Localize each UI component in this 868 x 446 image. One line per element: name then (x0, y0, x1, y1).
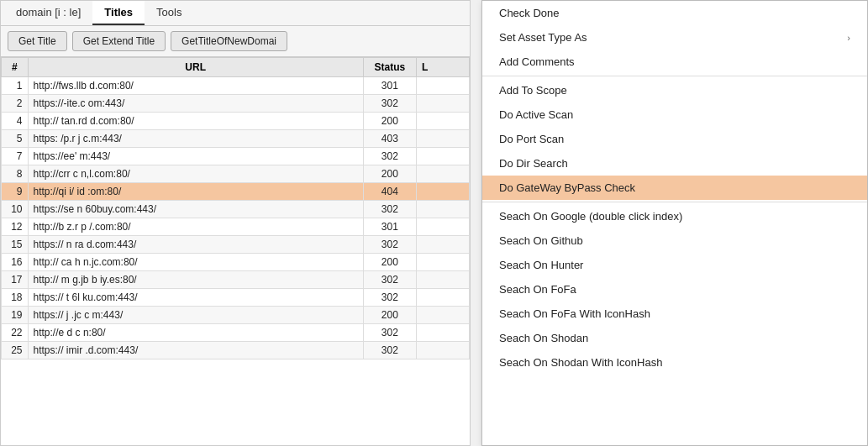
col-header-extra: L (416, 58, 469, 77)
cell-url: http://e d c n:80/ (28, 324, 363, 342)
table-row[interactable]: 10 https://se n 60buy.com:443/ 302 (2, 201, 470, 218)
cell-num: 9 (2, 183, 29, 201)
get-extend-title-button[interactable]: Get Extend Title (72, 31, 166, 51)
cell-url: https:// j .jc c m:443/ (28, 307, 363, 324)
menu-item-add-to-scope[interactable]: Add To Scope (482, 78, 867, 102)
menu-item-label: Seach On FoFa With IconHash (499, 307, 650, 320)
menu-item-seach-on-github[interactable]: Seach On Github (482, 228, 867, 253)
menu-item-label: Seach On Github (499, 234, 583, 247)
submenu-arrow-icon: › (847, 33, 850, 43)
menu-item-label: Seach On Google (double click index) (499, 210, 682, 223)
menu-item-label: Seach On FoFa (499, 283, 576, 296)
cell-url: https:// imir .d.com:443/ (28, 342, 363, 359)
cell-status: 302 (363, 201, 416, 218)
menu-item-do-dir-search[interactable]: Do Dir Search (482, 151, 867, 176)
cell-num: 8 (2, 165, 29, 183)
cell-num: 10 (2, 201, 29, 218)
cell-url: http:// ca h n.jc.com:80/ (28, 254, 363, 271)
get-title-new-domain-button[interactable]: GetTitleOfNewDomai (171, 31, 287, 51)
menu-item-do-active-scan[interactable]: Do Active Scan (482, 102, 867, 127)
table-row[interactable]: 12 http://b z.r p /.com:80/ 301 (2, 218, 470, 236)
toolbar: Get Title Get Extend Title GetTitleOfNew… (1, 26, 470, 57)
cell-url: https://-ite.c om:443/ (28, 95, 363, 113)
cell-status: 404 (363, 183, 416, 201)
menu-divider (482, 202, 867, 202)
table-row[interactable]: 17 http:// m g.jb b iy.es:80/ 302 (2, 271, 470, 289)
menu-item-do-port-scan[interactable]: Do Port Scan (482, 127, 867, 151)
tab-titles[interactable]: Titles (92, 1, 145, 25)
cell-extra (416, 201, 469, 218)
table-row[interactable]: 16 http:// ca h n.jc.com:80/ 200 (2, 254, 470, 271)
menu-item-label: Seach On Hunter (499, 259, 583, 271)
cell-url: http://fws.llb d.com:80/ (28, 77, 363, 95)
cell-num: 7 (2, 148, 29, 165)
context-menu: Check DoneSet Asset Type As›Add Comments… (481, 0, 868, 446)
tab-domain[interactable]: domain [i : le] (4, 1, 92, 25)
menu-item-label: Do GateWay ByPass Check (499, 181, 635, 194)
cell-status: 200 (363, 113, 416, 130)
menu-item-label: Add Comments (499, 55, 575, 68)
cell-num: 12 (2, 218, 29, 236)
cell-status: 302 (363, 324, 416, 342)
cell-url: http:// tan.rd d.com:80/ (28, 113, 363, 130)
cell-status: 302 (363, 271, 416, 289)
cell-num: 22 (2, 324, 29, 342)
tab-tools[interactable]: Tools (145, 1, 193, 25)
menu-divider (482, 76, 867, 76)
cell-extra (416, 271, 469, 289)
cell-extra (416, 148, 469, 165)
menu-item-add-comments[interactable]: Add Comments (482, 50, 867, 74)
cell-status: 302 (363, 289, 416, 307)
menu-item-label: Seach On Shodan With IconHash (499, 356, 662, 369)
cell-url: https:// n ra d.com:443/ (28, 236, 363, 254)
cell-extra (416, 307, 469, 324)
cell-url: https:// t 6l ku.com:443/ (28, 289, 363, 307)
cell-num: 15 (2, 236, 29, 254)
table-row[interactable]: 4 http:// tan.rd d.com:80/ 200 (2, 113, 470, 130)
cell-extra (416, 218, 469, 236)
menu-item-label: Seach On Shodan (499, 332, 588, 344)
table-row[interactable]: 2 https://-ite.c om:443/ 302 (2, 95, 470, 113)
col-header-num: # (2, 58, 29, 77)
table-container: # URL Status L 1 http://fws.llb d.com:80… (1, 57, 470, 445)
menu-item-seach-on-fofa[interactable]: Seach On FoFa (482, 277, 867, 302)
col-header-url: URL (28, 58, 363, 77)
table-row[interactable]: 25 https:// imir .d.com:443/ 302 (2, 342, 470, 359)
menu-item-check-done[interactable]: Check Done (482, 1, 867, 25)
cell-extra (416, 113, 469, 130)
menu-item-set-asset-type-as[interactable]: Set Asset Type As› (482, 25, 867, 50)
table-row[interactable]: 9 http://qi i/ id :om:80/ 404 (2, 183, 470, 201)
main-panel: domain [i : le] Titles Tools Get Title G… (0, 0, 471, 446)
cell-extra (416, 183, 469, 201)
table-row[interactable]: 15 https:// n ra d.com:443/ 302 (2, 236, 470, 254)
menu-item-label: Do Dir Search (499, 157, 568, 170)
menu-item-seach-on-hunter[interactable]: Seach On Hunter (482, 253, 867, 277)
table-row[interactable]: 22 http://e d c n:80/ 302 (2, 324, 470, 342)
cell-extra (416, 342, 469, 359)
menu-item-label: Do Port Scan (499, 133, 564, 145)
menu-item-seach-on-shodan[interactable]: Seach On Shodan (482, 326, 867, 350)
table-row[interactable]: 7 https://ee' m:443/ 302 (2, 148, 470, 165)
cell-status: 200 (363, 165, 416, 183)
menu-item-seach-on-shodan-with-iconhash[interactable]: Seach On Shodan With IconHash (482, 350, 867, 375)
table-row[interactable]: 1 http://fws.llb d.com:80/ 301 (2, 77, 470, 95)
cell-num: 18 (2, 289, 29, 307)
menu-item-do-gateway-bypass-check[interactable]: Do GateWay ByPass Check (482, 176, 867, 200)
table-row[interactable]: 8 http://crr c n,l.com:80/ 200 (2, 165, 470, 183)
get-title-button[interactable]: Get Title (8, 31, 67, 51)
cell-status: 302 (363, 342, 416, 359)
cell-num: 5 (2, 130, 29, 148)
menu-item-seach-on-fofa-with-iconhash[interactable]: Seach On FoFa With IconHash (482, 302, 867, 326)
table-row[interactable]: 19 https:// j .jc c m:443/ 200 (2, 307, 470, 324)
menu-item-seach-on-google-double-click-index[interactable]: Seach On Google (double click index) (482, 204, 867, 228)
menu-item-label: Do Active Scan (499, 108, 573, 121)
cell-num: 25 (2, 342, 29, 359)
cell-status: 200 (363, 307, 416, 324)
menu-item-label: Check Done (499, 7, 560, 19)
table-row[interactable]: 18 https:// t 6l ku.com:443/ 302 (2, 289, 470, 307)
cell-url: https://se n 60buy.com:443/ (28, 201, 363, 218)
cell-url: http://crr c n,l.com:80/ (28, 165, 363, 183)
cell-url: http://b z.r p /.com:80/ (28, 218, 363, 236)
cell-url: https://ee' m:443/ (28, 148, 363, 165)
table-row[interactable]: 5 https: /p.r j c.m:443/ 403 (2, 130, 470, 148)
